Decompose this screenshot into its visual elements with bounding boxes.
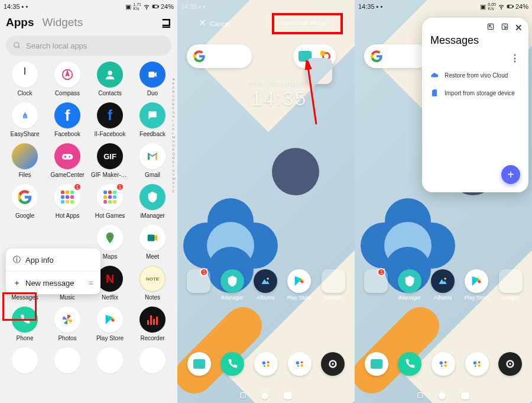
app-contacts[interactable]: Contacts	[89, 62, 131, 96]
dock-app[interactable]: Albums	[254, 269, 277, 301]
app-hot-games[interactable]: 1Hot Games	[89, 184, 131, 219]
app-gmail[interactable]: Gmail	[131, 143, 174, 178]
maximize-icon[interactable]	[501, 22, 509, 33]
popup-restore-item[interactable]: Restore from vivo Cloud	[422, 66, 528, 84]
index-letter[interactable]: T	[172, 165, 176, 168]
popup-import-item[interactable]: Import from storage device	[422, 84, 528, 102]
app-recorder[interactable]: Recorder	[131, 307, 174, 341]
dock-app[interactable]: Google	[499, 269, 523, 301]
dock-app[interactable]	[187, 352, 211, 376]
google-search-pill[interactable]	[364, 44, 429, 68]
ic-imanager-icon	[220, 269, 244, 293]
dock-app[interactable]: Albums	[431, 269, 455, 301]
index-letter[interactable]: V	[172, 173, 176, 176]
index-letter[interactable]: G	[172, 111, 176, 114]
app-photos[interactable]: Photos	[46, 307, 89, 341]
ctx-app-info[interactable]: ⓘ App info	[6, 249, 100, 271]
index-letter[interactable]: F	[172, 107, 176, 110]
tab-widgets[interactable]: Widgets	[43, 16, 83, 29]
index-letter[interactable]: Q	[172, 152, 176, 156]
app-gif-maker-edit-[interactable]: GIFGIF Maker-Edit..	[89, 143, 131, 178]
app-meet[interactable]: Meet	[131, 225, 174, 260]
app-easyshare[interactable]: ⋔EasyShare	[4, 102, 46, 137]
index-letter[interactable]: J	[172, 123, 176, 127]
svg-point-49	[510, 363, 511, 365]
index-letter[interactable]: #	[172, 82, 176, 85]
app-imanager[interactable]: iManager	[131, 184, 174, 219]
app-compass[interactable]: Compass	[46, 62, 89, 96]
app-gamecenter[interactable]: GameCenter	[46, 143, 89, 178]
info-icon: ⓘ	[13, 254, 21, 265]
app-google[interactable]: Google	[4, 184, 46, 219]
app-duo[interactable]: Duo	[131, 62, 174, 96]
dock-app[interactable]: 1	[187, 269, 210, 301]
index-letter[interactable]: S	[172, 160, 176, 164]
dock-app[interactable]	[220, 352, 244, 376]
highlight-box	[2, 292, 37, 321]
app-notes[interactable]: NOTENotes	[131, 266, 174, 301]
dock-app[interactable]	[465, 352, 489, 376]
dock-app[interactable]	[254, 352, 278, 376]
app-facebook[interactable]: fFacebook	[46, 102, 89, 137]
app-[interactable]	[131, 347, 174, 376]
app-label: Albums	[434, 295, 452, 301]
dock-app[interactable]: 1	[364, 269, 388, 301]
app-ii-facebook[interactable]: fII-Facebook	[89, 102, 131, 137]
compose-fab[interactable]: +	[501, 165, 520, 184]
index-letter[interactable]: W	[172, 177, 176, 180]
index-letter[interactable]: B	[172, 90, 176, 94]
dock-app[interactable]: iManager	[398, 269, 421, 301]
app-play-store[interactable]: Play Store	[89, 307, 131, 341]
index-letter[interactable]: K	[172, 127, 176, 131]
index-letter[interactable]: A	[172, 86, 176, 89]
index-letter[interactable]: U	[172, 169, 176, 172]
app-feedback[interactable]: Feedback	[131, 102, 174, 137]
minimize-icon[interactable]	[486, 22, 495, 33]
app-[interactable]	[46, 347, 89, 376]
app-files[interactable]: Files	[4, 143, 46, 178]
nav-bar[interactable]	[177, 392, 355, 399]
ctx-new-message[interactable]: ＋ New message ≡	[6, 271, 100, 294]
close-icon[interactable]: ✕	[515, 22, 523, 33]
index-letter[interactable]: R	[172, 156, 176, 160]
tab-apps[interactable]: Apps	[6, 16, 34, 29]
app-hot-apps[interactable]: 1Hot Apps	[46, 184, 89, 219]
home-clock-widget[interactable]: SUN, 29 AUGUST 14:35	[248, 80, 310, 110]
dock-app[interactable]	[398, 352, 421, 376]
index-letter[interactable]: Y	[172, 185, 176, 189]
index-letter[interactable]: O	[172, 144, 176, 147]
search-input[interactable]: Search local apps	[6, 36, 171, 56]
nav-bar[interactable]	[355, 392, 532, 399]
index-letter[interactable]: ★	[172, 77, 176, 81]
dock-app[interactable]	[432, 352, 455, 376]
index-letter[interactable]: Z	[172, 189, 176, 193]
app-[interactable]	[4, 347, 46, 376]
index-letter[interactable]: L	[172, 131, 176, 135]
index-letter[interactable]: D	[172, 98, 176, 102]
index-letter[interactable]: X	[172, 181, 176, 185]
cancel-button[interactable]: ✕ Cancel	[199, 18, 230, 28]
drawer-menu-button[interactable]: ⊒	[161, 15, 171, 30]
dock-app[interactable]: iManager	[220, 269, 244, 301]
index-letter[interactable]: P	[172, 148, 176, 151]
index-letter[interactable]: M	[172, 136, 176, 139]
dock-app[interactable]	[288, 352, 312, 376]
dock-app[interactable]: Google	[322, 269, 345, 301]
index-letter[interactable]: E	[172, 102, 176, 106]
dock-app[interactable]: Play Store	[465, 269, 489, 301]
index-letter[interactable]: I	[172, 119, 176, 122]
dock-app[interactable]	[365, 352, 388, 376]
dock-app[interactable]	[321, 352, 345, 376]
app-label: Gmail	[145, 172, 160, 178]
svg-marker-6	[66, 72, 69, 76]
dock-app[interactable]	[498, 352, 522, 376]
app-clock[interactable]: Clock	[4, 62, 46, 96]
google-search-pill[interactable]	[187, 44, 252, 68]
more-menu-button[interactable]: ⋮	[422, 53, 528, 66]
dock-app[interactable]: Play Store	[287, 269, 312, 301]
index-letter[interactable]: C	[172, 94, 176, 98]
index-letter[interactable]: N	[172, 140, 176, 143]
alpha-index[interactable]: ★#ABCDEFGHIJKLMNOPQRSTUVWXYZ	[172, 77, 176, 193]
app-[interactable]	[89, 347, 131, 376]
index-letter[interactable]: H	[172, 115, 176, 118]
